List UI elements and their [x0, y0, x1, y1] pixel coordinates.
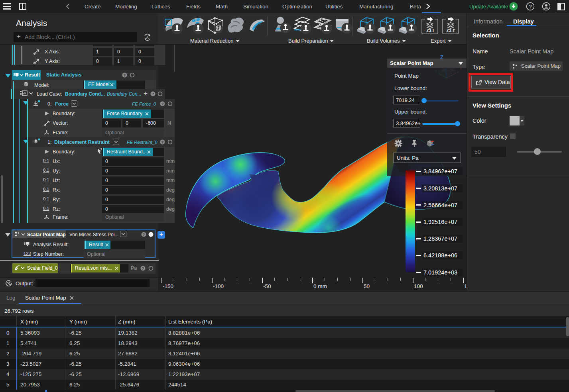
svg-text:?: ? — [152, 92, 154, 96]
svg-text:?: ? — [161, 102, 164, 106]
svg-text:?: ? — [142, 266, 144, 270]
svg-text:.CLI: .CLI — [426, 28, 434, 33]
svg-text:.CLF: .CLF — [446, 28, 455, 33]
svg-text:?: ? — [161, 140, 164, 144]
svg-text:?: ? — [529, 4, 532, 10]
svg-text:?: ? — [143, 232, 145, 237]
svg-text:?: ? — [124, 73, 126, 77]
svg-text:A: A — [146, 35, 148, 39]
